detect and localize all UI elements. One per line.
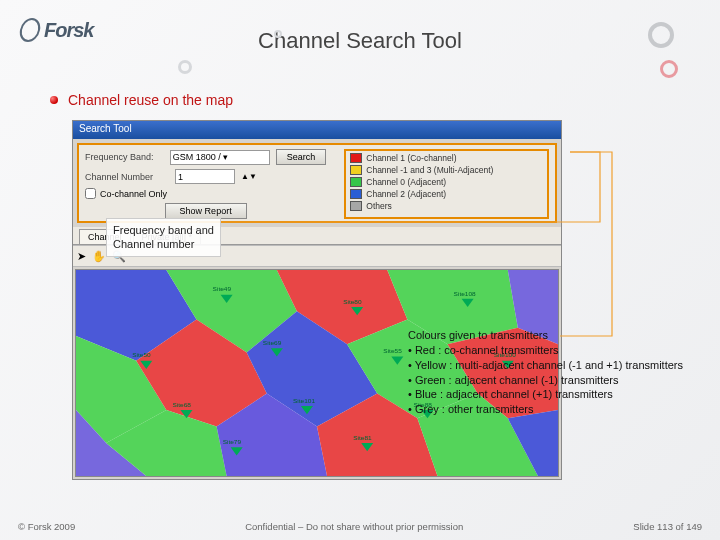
section-heading: Channel reuse on the map xyxy=(50,92,233,108)
callout-item: • Blue : adjacent channel (+1) transmitt… xyxy=(408,387,688,402)
slide-title: Channel Search Tool xyxy=(0,28,720,54)
cochannel-only-checkbox[interactable] xyxy=(85,188,96,199)
footer-copyright: © Forsk 2009 xyxy=(18,521,75,532)
callout-line: Channel number xyxy=(113,237,214,251)
decorative-ring xyxy=(660,60,678,78)
callout-item: • Grey : other transmitters xyxy=(408,402,688,417)
legend-row: Channel 2 (Adjacent) xyxy=(350,189,543,199)
legend-row: Others xyxy=(350,201,543,211)
legend-row: Channel 0 (Adjacent) xyxy=(350,177,543,187)
legend-swatch xyxy=(350,165,362,175)
callout-frequency: Frequency band and Channel number xyxy=(106,218,221,257)
legend-swatch xyxy=(350,177,362,187)
section-label: Channel reuse on the map xyxy=(68,92,233,108)
bullet-icon xyxy=(50,96,58,104)
callout-item: • Red : co-channel transmitters xyxy=(408,343,688,358)
legend-swatch xyxy=(350,201,362,211)
callout-line: Frequency band and xyxy=(113,223,214,237)
legend-label: Channel 0 (Adjacent) xyxy=(366,177,446,187)
decorative-ring xyxy=(178,60,192,74)
freq-band-label: Frequency Band: xyxy=(85,152,164,162)
svg-text:Site108: Site108 xyxy=(454,291,477,296)
hand-icon[interactable]: ✋ xyxy=(92,250,106,263)
svg-text:Site69: Site69 xyxy=(263,340,282,345)
slide-footer: © Forsk 2009 Confidential – Do not share… xyxy=(0,521,720,532)
callout-colours: Colours given to transmitters • Red : co… xyxy=(408,328,688,417)
decorative-ring xyxy=(274,30,282,38)
footer-slide-number: Slide 113 of 149 xyxy=(633,521,702,532)
search-button[interactable]: Search xyxy=(276,149,327,165)
svg-text:Site68: Site68 xyxy=(172,402,191,407)
cochannel-only-label: Co-channel Only xyxy=(100,189,167,199)
search-panel: Frequency Band: Search Channel Number ▲▼… xyxy=(77,143,557,223)
legend-label: Channel 2 (Adjacent) xyxy=(366,189,446,199)
legend-row: Channel 1 (Co-channel) xyxy=(350,153,543,163)
svg-text:Site50: Site50 xyxy=(132,353,151,358)
svg-text:Site80: Site80 xyxy=(343,299,362,304)
channel-number-label: Channel Number xyxy=(85,172,169,182)
show-report-button[interactable]: Show Report xyxy=(165,203,247,219)
svg-text:Site101: Site101 xyxy=(293,398,316,403)
legend-swatch xyxy=(350,153,362,163)
window-title: Search Tool xyxy=(73,121,561,139)
legend-swatch xyxy=(350,189,362,199)
legend-label: Others xyxy=(366,201,392,211)
pointer-icon[interactable]: ➤ xyxy=(77,250,86,263)
svg-text:Site81: Site81 xyxy=(353,435,372,440)
legend-label: Channel 1 (Co-channel) xyxy=(366,153,456,163)
svg-text:Site49: Site49 xyxy=(213,287,232,292)
callout-item: • Yellow : multi-adjacent channel (-1 an… xyxy=(408,358,688,373)
svg-text:Site55: Site55 xyxy=(383,349,402,354)
legend-row: Channel -1 and 3 (Multi-Adjacent) xyxy=(350,165,543,175)
legend-panel: Channel 1 (Co-channel)Channel -1 and 3 (… xyxy=(344,149,549,219)
svg-text:Site79: Site79 xyxy=(223,439,242,444)
channel-number-input[interactable] xyxy=(175,169,235,184)
callout-heading: Colours given to transmitters xyxy=(408,328,688,343)
screenshot-window: Search Tool Frequency Band: Search Chann… xyxy=(72,120,562,480)
decorative-ring xyxy=(648,22,674,48)
callout-item: • Green : adjacent channel (-1) transmit… xyxy=(408,373,688,388)
freq-band-select[interactable] xyxy=(170,150,270,165)
spinner-icon[interactable]: ▲▼ xyxy=(241,172,257,181)
legend-label: Channel -1 and 3 (Multi-Adjacent) xyxy=(366,165,493,175)
footer-confidential: Confidential – Do not share without prio… xyxy=(245,521,463,532)
